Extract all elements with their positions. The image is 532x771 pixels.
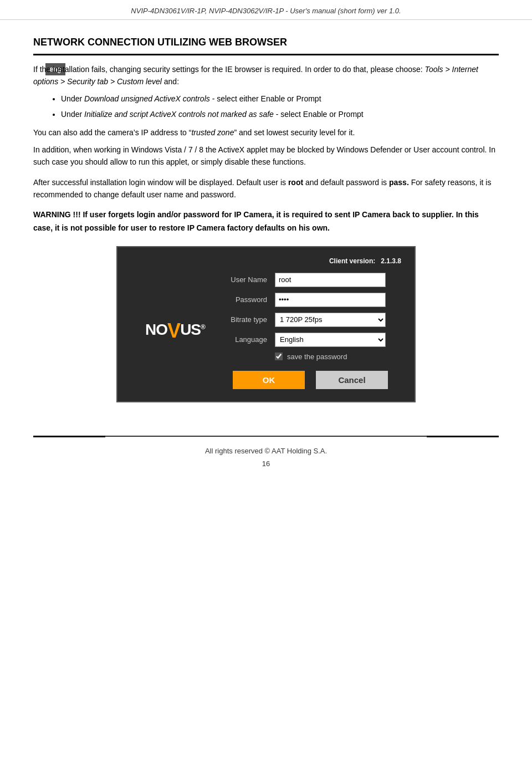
- page-number: 16: [0, 459, 532, 473]
- password-input[interactable]: [275, 293, 386, 307]
- bitrate-row: Bitrate type 1 720P 25fps: [219, 313, 401, 327]
- logo-v: V: [167, 319, 180, 342]
- client-version-value: 2.1.3.8: [381, 257, 401, 265]
- dialog-buttons: OK Cancel: [219, 371, 401, 389]
- document-header: NVIP-4DN3061V/IR-1P, NVIP-4DN3062V/IR-1P…: [0, 0, 532, 20]
- footer-text: All rights reserved © AAT Holding S.A.: [205, 442, 327, 457]
- save-password-row: save the password: [275, 353, 401, 361]
- dialog-body: noVus® User Name Password: [131, 273, 401, 389]
- paragraph-windows-defender: In addition, when working in Windows Vis…: [33, 144, 499, 169]
- client-version-label: Client version:: [329, 257, 375, 265]
- paragraph-1: If the installation fails, changing secu…: [33, 63, 499, 88]
- login-dialog: Client version: 2.1.3.8 noVus®: [116, 246, 416, 402]
- dialog-form: User Name Password Bitrate type: [219, 273, 401, 389]
- cancel-button[interactable]: Cancel: [316, 371, 388, 389]
- password-row: Password: [219, 293, 401, 307]
- footer-line-right: [427, 436, 499, 437]
- client-version-row: Client version: 2.1.3.8: [131, 257, 401, 265]
- bitrate-select[interactable]: 1 720P 25fps: [275, 313, 386, 327]
- ok-button[interactable]: OK: [233, 371, 305, 389]
- bullet-list: Under Download unsigned ActiveX controls…: [61, 93, 499, 121]
- logo-us: us: [180, 321, 201, 338]
- bitrate-label: Bitrate type: [219, 315, 275, 324]
- novus-logo-area: noVus®: [131, 273, 219, 389]
- bullet-item-1: Under Download unsigned ActiveX controls…: [61, 93, 499, 106]
- login-dialog-screenshot: Client version: 2.1.3.8 noVus®: [33, 246, 499, 402]
- language-label: Language: [219, 335, 275, 344]
- language-row: Language English: [219, 333, 401, 347]
- save-password-label: save the password: [287, 353, 347, 361]
- save-password-checkbox[interactable]: [275, 353, 283, 360]
- paragraph-login-info: After successful installation login wind…: [33, 176, 499, 201]
- password-label: Password: [219, 295, 275, 304]
- bullet-item-2: Under Initialize and script ActiveX cont…: [61, 108, 499, 121]
- title-divider: [33, 54, 499, 55]
- logo-reg: ®: [201, 323, 205, 331]
- footer-line-left: [33, 436, 105, 437]
- username-label: User Name: [219, 275, 275, 284]
- username-row: User Name: [219, 273, 401, 287]
- document-title: NVIP-4DN3061V/IR-1P, NVIP-4DN3062V/IR-1P…: [131, 7, 401, 15]
- language-select[interactable]: English: [275, 333, 386, 347]
- page-title: NETWORK CONNECTION UTILIZING WEB BROWSER: [33, 37, 499, 48]
- logo-no: no: [145, 321, 167, 338]
- warning-text: WARNING !!! If user forgets login and/or…: [33, 208, 499, 235]
- paragraph-trusted-zone: You can also add the camera’s IP address…: [33, 126, 499, 139]
- page-footer: All rights reserved © AAT Holding S.A.: [33, 436, 499, 457]
- novus-logo: noVus®: [145, 319, 205, 343]
- username-input[interactable]: [275, 273, 386, 287]
